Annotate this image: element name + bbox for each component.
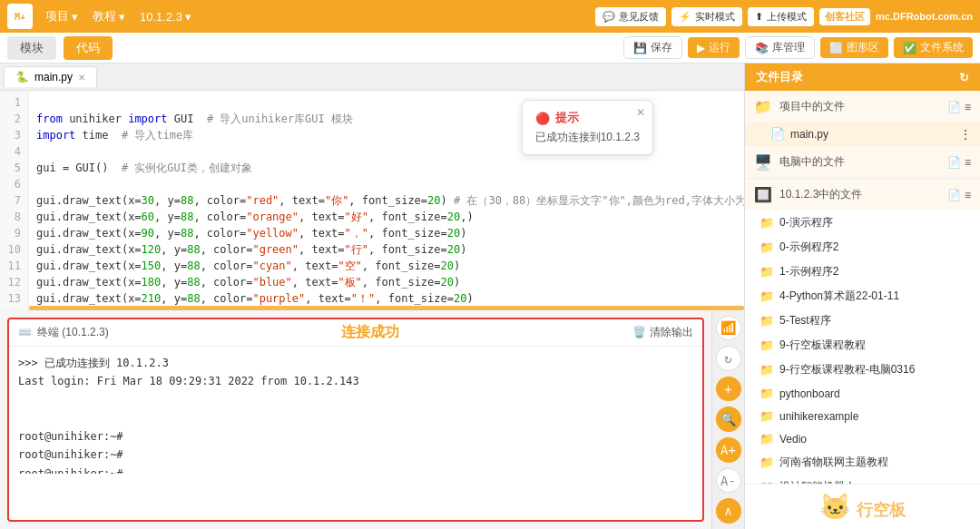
computer-menu-icon[interactable]: ≡: [965, 156, 971, 169]
add-computer-file-icon[interactable]: 📄: [947, 156, 961, 169]
folder-item-2[interactable]: 📁1-示例程序2: [745, 260, 980, 284]
terminal-status: 连接成功: [109, 323, 632, 342]
search-icon[interactable]: 🔍: [716, 407, 741, 432]
close-tab-icon[interactable]: ✕: [78, 73, 85, 83]
watermark: 🐱 行空板: [745, 485, 980, 529]
folder-item-7[interactable]: 📁pythonboard: [745, 382, 980, 405]
filesystem-button[interactable]: ✅ 文件系统: [894, 37, 973, 58]
run-button[interactable]: ▶ 运行: [688, 37, 740, 58]
scroll-bar[interactable]: [29, 306, 744, 310]
tooltip-popup: 🔴 提示 ✕ 已成功连接到10.1.2.3: [522, 100, 653, 155]
wifi-icon[interactable]: 📶: [716, 316, 741, 341]
sidebar-device-header[interactable]: 🔲 10.1.2.3中的文件 📄 ≡: [745, 179, 980, 211]
graph-button[interactable]: ⬜ 图形区: [820, 37, 888, 58]
tab-code[interactable]: 代码: [64, 36, 113, 60]
community-badge: 创客社区: [819, 8, 870, 25]
line-numbers: 12345 678910 1112131415 1617181920: [0, 91, 29, 310]
terminal-line-6: root@unihiker:~#: [18, 446, 693, 464]
terminal-area: ⌨️ 终端 (10.1.2.3) 连接成功 🗑️ 清除输出 >>> 已成功连接到…: [7, 318, 704, 523]
code-editor[interactable]: 12345 678910 1112131415 1617181920 from …: [0, 91, 744, 310]
terminal-line-1: >>> 已成功连接到 10.1.2.3: [18, 354, 693, 372]
tab-module[interactable]: 模块: [7, 36, 56, 60]
tooltip-header: 🔴 提示: [535, 110, 640, 126]
sidebar-refresh-icon[interactable]: ↻: [959, 71, 969, 84]
folder-item-10[interactable]: 📁河南省物联网主题教程: [745, 450, 980, 475]
folder-item-11[interactable]: 📁设计智能机器人: [745, 475, 980, 485]
add-icon[interactable]: +: [716, 377, 741, 402]
second-bar: 模块 代码 💾 保存 ▶ 运行 📚 库管理 ⬜ 图形区 ✅ 文件系统: [0, 33, 980, 64]
menu-device[interactable]: 10.1.2.3 ▾: [134, 8, 197, 25]
realtime-btn[interactable]: ⚡ 实时模式: [671, 7, 742, 26]
sidebar-header: 文件目录 ↻: [745, 64, 980, 91]
menu-tutorial[interactable]: 教程 ▾: [87, 6, 131, 26]
tooltip-close-btn[interactable]: ✕: [636, 106, 645, 119]
refresh-icon[interactable]: ↻: [716, 346, 741, 371]
terminal-line-4: [18, 409, 693, 427]
folder-item-4[interactable]: 📁5-Test程序: [745, 309, 980, 333]
add-device-file-icon[interactable]: 📄: [947, 189, 961, 201]
file-item-main-py[interactable]: 📄 main.py ⋮: [745, 122, 980, 145]
sidebar-section-device: 🔲 10.1.2.3中的文件 📄 ≡ 📁0-演示程序 📁0-示例程序2 📁1-示…: [745, 179, 980, 485]
top-right: 💬 意见反馈 ⚡ 实时模式 ⬆ 上传模式 创客社区 mc.DFRobot.com…: [595, 7, 973, 26]
font-down-icon[interactable]: A-: [716, 468, 741, 494]
menu-icon[interactable]: ≡: [965, 101, 971, 113]
add-file-icon[interactable]: 📄: [947, 101, 961, 113]
sidebar-project-header[interactable]: 📁 项目中的文件 📄 ≡: [745, 91, 980, 122]
folder-item-5[interactable]: 📁9-行空板课程教程: [745, 333, 980, 358]
menu-project[interactable]: 项目 ▾: [40, 6, 83, 26]
computer-folder-icon: 🖥️: [754, 153, 772, 171]
project-folder-icon: 📁: [754, 98, 772, 115]
upload-btn[interactable]: ⬆ 上传模式: [748, 7, 814, 26]
terminal-header: ⌨️ 终端 (10.1.2.3) 连接成功 🗑️ 清除输出: [9, 319, 702, 347]
folder-item-3[interactable]: 📁4-Python算术题22-01-11: [745, 284, 980, 309]
main-layout: 🐍 main.py ✕ 12345 678910 1112131415 1617…: [0, 64, 980, 529]
second-bar-tools: 💾 保存 ▶ 运行 📚 库管理 ⬜ 图形区 ✅ 文件系统: [623, 36, 973, 59]
terminal-body[interactable]: >>> 已成功连接到 10.1.2.3 Last login: Fri Mar …: [9, 347, 702, 474]
folder-item-0[interactable]: 📁0-演示程序: [745, 211, 980, 235]
top-menu: 项目 ▾ 教程 ▾ 10.1.2.3 ▾: [40, 6, 197, 26]
library-button[interactable]: 📚 库管理: [745, 36, 815, 59]
file-tab-main[interactable]: 🐍 main.py ✕: [4, 66, 97, 87]
editor-area: 🐍 main.py ✕ 12345 678910 1112131415 1617…: [0, 64, 744, 529]
sidebar-computer-header[interactable]: 🖥️ 电脑中的文件 📄 ≡: [745, 146, 980, 178]
tooltip-message: 已成功连接到10.1.2.3: [535, 130, 640, 145]
scroll-up-icon[interactable]: ∧: [716, 498, 741, 524]
logo: M+: [7, 4, 33, 29]
folder-item-6[interactable]: 📁9-行空板课程教程-电脑0316: [745, 358, 980, 382]
terminal-title: ⌨️ 终端 (10.1.2.3): [18, 325, 109, 340]
side-toolbar: 📶 ↻ + 🔍 A+ A- ∧: [711, 310, 744, 530]
logo-icon: M+: [7, 4, 33, 29]
sidebar-section-computer: 🖥️ 电脑中的文件 📄 ≡: [745, 146, 980, 179]
terminal-line-5: root@unihiker:~#: [18, 427, 693, 446]
brand-text: mc.DFRobot.com.cn: [876, 11, 973, 22]
top-bar: M+ 项目 ▾ 教程 ▾ 10.1.2.3 ▾ 💬 意见反馈 ⚡ 实时模式 ⬆ …: [0, 0, 980, 33]
terminal-line-7: root@unihiker:~# _: [18, 465, 693, 474]
terminal-line-2: Last login: Fri Mar 18 09:29:31 2022 fro…: [18, 372, 693, 390]
file-icon: 📄: [770, 127, 785, 141]
file-tabs: 🐍 main.py ✕: [0, 64, 744, 91]
device-menu-icon[interactable]: ≡: [965, 189, 971, 201]
folder-item-9[interactable]: 📁Vedio: [745, 427, 980, 450]
feedback-btn[interactable]: 💬 意见反馈: [595, 7, 666, 26]
terminal-clear-btn[interactable]: 🗑️ 清除输出: [632, 325, 693, 340]
sidebar-section-project: 📁 项目中的文件 📄 ≡ 📄 main.py ⋮: [745, 91, 980, 146]
sidebar: 文件目录 ↻ 📁 项目中的文件 📄 ≡ 📄 main.py ⋮: [744, 64, 980, 529]
folder-item-1[interactable]: 📁0-示例程序2: [745, 235, 980, 260]
save-button[interactable]: 💾 保存: [623, 36, 682, 59]
file-options-icon[interactable]: ⋮: [960, 128, 971, 141]
folder-item-8[interactable]: 📁unihikerexample: [745, 405, 980, 427]
device-folder-icon: 🔲: [754, 186, 772, 203]
font-up-icon[interactable]: A+: [716, 437, 741, 463]
terminal-line-3: [18, 390, 693, 408]
